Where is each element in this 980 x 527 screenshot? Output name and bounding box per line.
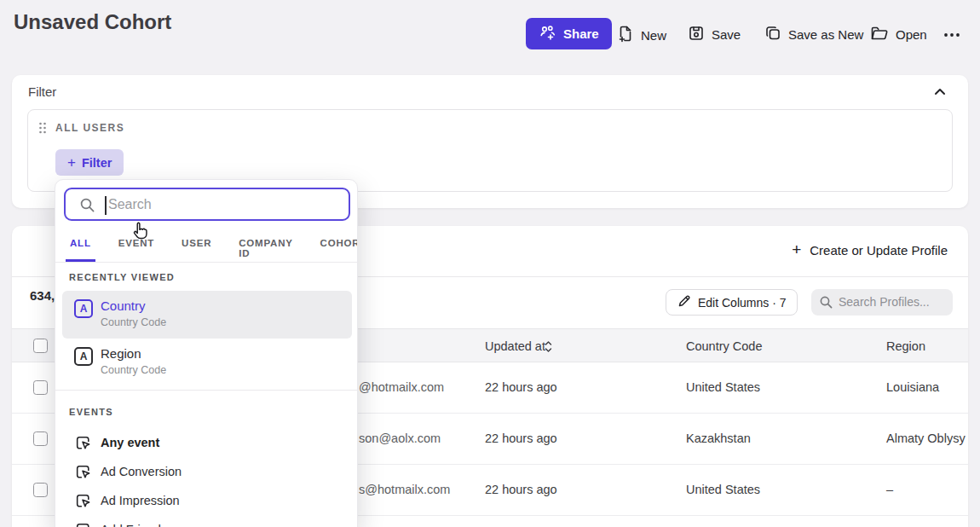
tab-event[interactable]: EVENT — [114, 229, 159, 262]
recently-viewed-heading: RECENTLY VIEWED — [69, 272, 175, 282]
dropdown-search — [64, 188, 350, 221]
save-as-new-label: Save as New — [788, 27, 863, 42]
edit-columns-label: Edit Columns · 7 — [698, 296, 786, 310]
save-as-new-button[interactable]: Save as New — [764, 25, 863, 44]
edit-columns-button[interactable]: Edit Columns · 7 — [666, 289, 798, 316]
folder-icon — [870, 25, 889, 44]
tab-user[interactable]: USER — [177, 229, 216, 262]
share-button[interactable]: Share — [526, 18, 612, 49]
page-title: Unsaved Cohort — [14, 10, 171, 34]
column-header-updated-at[interactable]: Updated at — [485, 339, 545, 353]
email-cell: son@aolx.com — [359, 431, 441, 445]
list-item-ad-conversion[interactable]: Ad Conversion — [62, 458, 352, 487]
plus-icon: + — [792, 240, 801, 259]
new-button[interactable]: New — [617, 25, 666, 45]
new-label: New — [641, 28, 666, 43]
email-cell: s@hotmailx.com — [359, 483, 450, 496]
chevron-up-icon[interactable] — [934, 85, 946, 98]
email-cell: @hotmailx.com — [359, 380, 444, 394]
pencil-icon — [677, 294, 691, 310]
save-label: Save — [712, 27, 741, 42]
region-cell: Louisiana — [886, 380, 939, 394]
share-label: Share — [563, 26, 599, 41]
item-label: Ad Impression — [101, 494, 180, 507]
item-label: Any event — [101, 436, 159, 449]
updated-at-cell: 22 hours ago — [485, 380, 557, 394]
letter-a-icon: A — [74, 347, 93, 366]
country-code-cell: Kazakhstan — [686, 431, 751, 445]
tab-cohort[interactable]: COHORT — [316, 229, 358, 262]
save-button[interactable]: Save — [688, 25, 741, 44]
floppy-save-icon — [688, 25, 705, 44]
item-sublabel: Country Code — [101, 316, 166, 328]
sort-icon[interactable] — [545, 340, 552, 356]
country-code-cell: United States — [686, 483, 760, 496]
country-code-cell: United States — [686, 380, 760, 394]
open-button[interactable]: Open — [870, 25, 927, 44]
column-header-region: Region — [886, 339, 925, 353]
event-click-icon — [74, 434, 92, 452]
create-profile-label: Create or Update Profile — [810, 243, 948, 258]
more-options-button[interactable] — [943, 26, 961, 41]
plus-icon: + — [67, 154, 76, 171]
tab-all[interactable]: ALL — [66, 229, 95, 262]
event-click-icon — [74, 521, 92, 527]
dropdown-tabs: ALL EVENT USER COMPANY ID COHORT — [55, 229, 357, 263]
list-item-region[interactable]: A Region Country Code — [62, 339, 352, 386]
add-filter-button[interactable]: + Filter — [55, 149, 124, 176]
updated-at-cell: 22 hours ago — [485, 431, 557, 445]
add-filter-label: Filter — [82, 156, 112, 170]
events-heading: EVENTS — [69, 407, 113, 417]
profiles-search-input[interactable] — [839, 292, 945, 312]
item-label: Country — [101, 298, 146, 313]
event-click-icon — [74, 492, 92, 510]
region-cell: – — [886, 483, 893, 496]
text-caret — [105, 196, 107, 215]
ellipsis-icon — [943, 26, 961, 41]
profiles-search — [811, 289, 953, 316]
copy-icon — [764, 25, 781, 44]
page: Unsaved Cohort Share New Save — [0, 0, 980, 527]
all-users-label: ALL USERS — [55, 122, 124, 134]
item-label: Ad Conversion — [101, 465, 182, 478]
updated-at-cell: 22 hours ago — [485, 483, 557, 496]
item-sublabel: Country Code — [101, 364, 166, 376]
open-label: Open — [896, 27, 927, 42]
letter-a-icon: A — [74, 299, 93, 318]
create-or-update-profile-button[interactable]: + Create or Update Profile — [792, 240, 948, 259]
item-label: Add Friends — [101, 523, 167, 527]
select-all-checkbox[interactable] — [33, 339, 48, 353]
filter-search-dropdown: ALL EVENT USER COMPANY ID COHORT RECENTL… — [55, 179, 358, 527]
drag-handle-icon[interactable] — [38, 122, 47, 137]
list-item-any-event[interactable]: Any event — [62, 429, 352, 458]
column-header-country-code: Country Code — [686, 339, 762, 353]
list-item-ad-impression[interactable]: Ad Impression — [62, 487, 352, 516]
search-icon — [79, 197, 95, 213]
dropdown-search-input[interactable] — [108, 191, 338, 218]
people-add-icon — [539, 25, 556, 43]
list-item-country[interactable]: A Country Country Code — [62, 291, 352, 339]
row-checkbox[interactable] — [33, 483, 48, 497]
item-label: Region — [101, 346, 141, 361]
event-click-icon — [74, 463, 92, 481]
divider — [55, 390, 357, 391]
list-item-add-friends[interactable]: Add Friends — [62, 516, 352, 527]
tab-company-id[interactable]: COMPANY ID — [234, 229, 297, 262]
row-checkbox[interactable] — [33, 431, 48, 446]
region-cell: Almaty Oblysy — [886, 431, 966, 445]
filter-panel-title: Filter — [28, 84, 56, 99]
file-plus-icon — [617, 25, 634, 45]
row-checkbox[interactable] — [33, 380, 48, 395]
